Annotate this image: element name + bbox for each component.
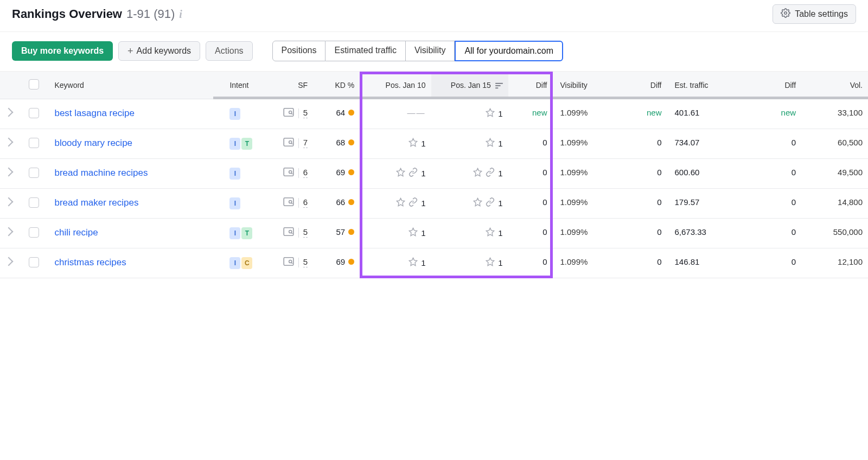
volume-cell: 14,800 bbox=[801, 189, 868, 219]
info-icon[interactable]: i bbox=[179, 8, 182, 21]
th-checkbox[interactable] bbox=[23, 72, 49, 99]
sf-count[interactable]: 5 bbox=[303, 257, 308, 267]
diff-value: 0 bbox=[792, 227, 796, 237]
sf-count[interactable]: 5 bbox=[303, 108, 308, 118]
position-value: 1 bbox=[421, 258, 425, 267]
row-checkbox[interactable] bbox=[29, 138, 39, 148]
kd-value: 68 bbox=[336, 138, 346, 147]
serp-features-icon[interactable] bbox=[283, 168, 294, 178]
segment-estimated-traffic[interactable]: Estimated traffic bbox=[326, 41, 405, 61]
keyword-link[interactable]: bread maker recipes bbox=[54, 197, 138, 208]
expand-row-chevron-icon[interactable] bbox=[4, 227, 14, 237]
serp-features-icon[interactable] bbox=[283, 138, 294, 148]
th-intent[interactable]: Intent bbox=[224, 72, 267, 99]
serp-features-icon[interactable] bbox=[283, 108, 294, 118]
kd-difficulty-dot-icon bbox=[348, 139, 354, 145]
pos2-cell: 1 bbox=[431, 189, 508, 219]
th-pos-jan10[interactable]: Pos. Jan 10 bbox=[360, 72, 431, 99]
row-checkbox[interactable] bbox=[29, 197, 39, 208]
buy-keywords-button[interactable]: Buy more keywords bbox=[12, 41, 113, 61]
intent-badge-i: I bbox=[229, 227, 240, 239]
diff-value: 0 bbox=[542, 197, 547, 207]
sf-count[interactable]: 6 bbox=[303, 197, 308, 208]
row-checkbox[interactable] bbox=[29, 168, 39, 178]
pos1-cell: 1 bbox=[360, 248, 431, 278]
th-diff2[interactable]: Diff bbox=[608, 72, 667, 99]
page-title: Rankings Overview 1-91 (91) i bbox=[12, 7, 182, 21]
volume-cell: 60,500 bbox=[801, 129, 868, 159]
intent-cell: IT bbox=[224, 219, 267, 248]
kd-difficulty-dot-icon bbox=[348, 199, 354, 205]
est-traffic-cell: 6,673.33 bbox=[667, 219, 734, 248]
pos2-cell: 1 bbox=[431, 219, 508, 248]
th-kd[interactable]: KD % bbox=[313, 72, 360, 99]
serp-features-icon[interactable] bbox=[283, 197, 294, 208]
diff-value: 0 bbox=[542, 138, 547, 147]
select-all-checkbox[interactable] bbox=[29, 79, 39, 90]
keyword-link[interactable]: best lasagna recipe bbox=[54, 108, 134, 118]
expand-row-chevron-icon[interactable] bbox=[4, 257, 14, 266]
diff1-cell: 0 bbox=[508, 159, 553, 189]
th-sf[interactable]: SF bbox=[267, 72, 313, 99]
diff-value: 0 bbox=[542, 257, 547, 266]
expand-row-chevron-icon[interactable] bbox=[4, 168, 14, 177]
keyword-link[interactable]: bloody mary recipe bbox=[54, 138, 132, 148]
kd-cell: 64 bbox=[313, 99, 360, 129]
keyword-link[interactable]: christmas recipes bbox=[54, 257, 126, 267]
actions-button[interactable]: Actions bbox=[206, 41, 252, 61]
est-traffic-cell: 179.57 bbox=[667, 189, 734, 219]
expand-row-chevron-icon[interactable] bbox=[4, 138, 14, 147]
diff1-cell: 0 bbox=[508, 129, 553, 159]
link-icon bbox=[409, 168, 418, 178]
intent-badge-t: T bbox=[241, 138, 252, 150]
intent-badge-i: I bbox=[229, 168, 240, 180]
star-icon bbox=[396, 197, 405, 208]
intent-cell: I bbox=[224, 99, 267, 129]
add-keywords-button[interactable]: + Add keywords bbox=[118, 41, 200, 61]
diff-value: 0 bbox=[542, 168, 547, 177]
star-icon bbox=[486, 257, 495, 268]
pos2-cell: 1 bbox=[431, 248, 508, 278]
keyword-link[interactable]: bread machine recipes bbox=[54, 168, 148, 178]
th-est-traffic[interactable]: Est. traffic bbox=[667, 72, 734, 99]
position-value: 1 bbox=[498, 139, 502, 148]
row-checkbox[interactable] bbox=[29, 257, 39, 267]
expand-row-chevron-icon[interactable] bbox=[4, 197, 14, 207]
th-visibility[interactable]: Visibility bbox=[553, 72, 608, 99]
diff1-cell: 0 bbox=[508, 248, 553, 278]
sf-count[interactable]: 5 bbox=[303, 227, 308, 238]
pos2-cell: 1 bbox=[431, 159, 508, 189]
sort-icon bbox=[495, 82, 503, 89]
intent-cell: IC bbox=[224, 248, 267, 278]
th-diff1[interactable]: Diff bbox=[508, 72, 553, 99]
th-vol[interactable]: Vol. bbox=[801, 72, 868, 99]
star-icon bbox=[486, 108, 495, 119]
expand-row-chevron-icon[interactable] bbox=[4, 108, 14, 117]
table-settings-button[interactable]: Table settings bbox=[773, 4, 856, 24]
keyword-link[interactable]: chili recipe bbox=[54, 227, 98, 238]
th-diff3[interactable]: Diff bbox=[733, 72, 801, 99]
diff3-cell: new bbox=[733, 99, 801, 129]
segment-all-for-domain[interactable]: All for yourdomain.com bbox=[455, 41, 563, 61]
segment-positions[interactable]: Positions bbox=[272, 41, 326, 61]
intent-badge-t: T bbox=[241, 227, 252, 239]
sf-cell: 5 bbox=[267, 219, 313, 248]
sf-count[interactable]: 7 bbox=[303, 138, 308, 148]
diff2-cell: new bbox=[608, 99, 667, 129]
serp-features-icon[interactable] bbox=[283, 257, 294, 267]
visibility-cell: 1.099% bbox=[553, 189, 608, 219]
segment-visibility[interactable]: Visibility bbox=[406, 41, 455, 61]
kd-cell: 57 bbox=[313, 219, 360, 248]
plus-icon: + bbox=[127, 46, 133, 56]
position-value: 1 bbox=[421, 169, 425, 178]
serp-features-icon[interactable] bbox=[283, 227, 294, 238]
no-position-dash: —— bbox=[407, 108, 426, 117]
row-checkbox[interactable] bbox=[29, 227, 39, 238]
kd-difficulty-dot-icon bbox=[348, 229, 354, 235]
diff-value: new bbox=[781, 108, 796, 117]
th-pos-jan15[interactable]: Pos. Jan 15 bbox=[431, 72, 508, 99]
sf-count[interactable]: 6 bbox=[303, 168, 308, 178]
table-row: christmas recipesIC5691101.099%0146.8101… bbox=[0, 248, 868, 278]
row-checkbox[interactable] bbox=[29, 108, 39, 118]
th-keyword[interactable]: Keyword bbox=[49, 72, 224, 99]
